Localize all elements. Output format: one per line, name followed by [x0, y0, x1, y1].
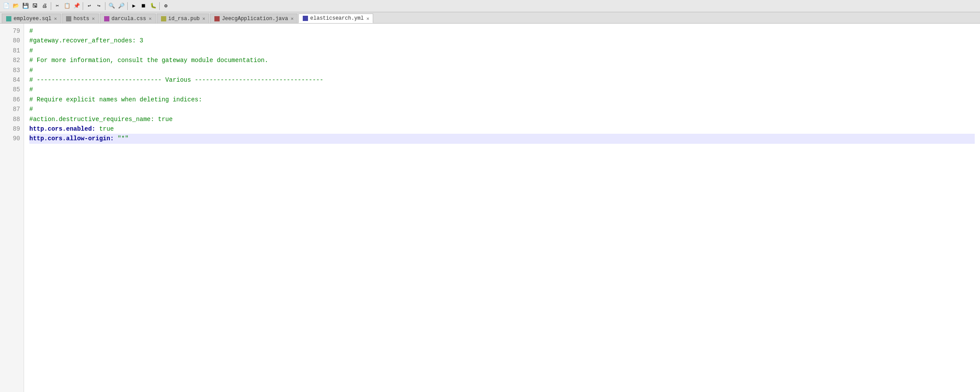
toolbar-sep-2	[83, 2, 83, 10]
tab-sql-icon	[6, 16, 12, 22]
tab-darcula-css[interactable]: darcula.css ✕	[100, 14, 156, 23]
code-line-79: #	[29, 26, 975, 36]
tab-jeecg-java-label: JeecgApplication.java	[222, 16, 288, 22]
tab-hosts[interactable]: hosts ✕	[62, 14, 99, 23]
line-numbers: 79 80 81 82 83 84 85 86 87 88 89 90	[0, 24, 24, 392]
line-num-90: 90	[4, 134, 20, 143]
line-num-82: 82	[4, 56, 20, 65]
toolbar-new-icon[interactable]: 📄	[2, 2, 10, 10]
code-line-85: #	[29, 85, 975, 94]
toolbar-find-icon[interactable]: 🔍	[107, 2, 116, 10]
line-num-83: 83	[4, 66, 20, 75]
tab-elasticsearch-yml-close[interactable]: ✕	[366, 16, 369, 21]
toolbar-sep-3	[105, 2, 105, 10]
tab-jeecg-java-close[interactable]: ✕	[290, 16, 294, 21]
tab-employee-sql-close[interactable]: ✕	[54, 16, 57, 21]
tab-jeecg-java[interactable]: JeecgApplication.java ✕	[210, 14, 298, 23]
toolbar-paste-icon[interactable]: 📌	[72, 2, 81, 10]
code-line-87: #	[29, 104, 975, 114]
line-num-81: 81	[4, 46, 20, 56]
code-line-80: #gateway.recover_after_nodes: 3	[29, 36, 975, 45]
tab-css-icon	[104, 16, 110, 22]
line-num-87: 87	[4, 104, 20, 114]
toolbar-copy-icon[interactable]: 📋	[63, 2, 71, 10]
tab-darcula-css-close[interactable]: ✕	[149, 16, 152, 21]
tab-java-icon	[214, 16, 220, 22]
toolbar-stop-icon[interactable]: ⏹	[139, 2, 148, 10]
toolbar-sep-4	[127, 2, 128, 10]
code-line-83: #	[29, 66, 975, 75]
tab-darcula-css-label: darcula.css	[112, 16, 146, 22]
line-num-85: 85	[4, 85, 20, 94]
code-line-86: # Require explicit names when deleting i…	[29, 95, 975, 104]
code-line-84: # ---------------------------------- Var…	[29, 75, 975, 85]
toolbar-save-icon[interactable]: 💾	[21, 2, 30, 10]
code-line-82: # For more information, consult the gate…	[29, 56, 975, 65]
tab-hosts-close[interactable]: ✕	[92, 16, 95, 21]
toolbar-debug-icon[interactable]: 🐛	[149, 2, 158, 10]
line-num-80: 80	[4, 36, 20, 45]
tabs-bar: employee.sql ✕ hosts ✕ darcula.css ✕ id_…	[0, 12, 980, 24]
code-line-88: #action.destructive_requires_name: true	[29, 114, 975, 124]
tab-id-rsa-pub[interactable]: id_rsa.pub ✕	[157, 14, 210, 23]
tab-id-rsa-pub-label: id_rsa.pub	[168, 16, 200, 22]
toolbar-sep-1	[51, 2, 51, 10]
toolbar-redo-icon[interactable]: ↪	[94, 2, 103, 10]
tab-id-rsa-pub-close[interactable]: ✕	[203, 16, 206, 21]
tab-yml-icon	[302, 15, 308, 21]
tab-employee-sql-label: employee.sql	[14, 16, 51, 22]
line-num-89: 89	[4, 124, 20, 134]
tab-hosts-icon	[66, 16, 72, 22]
toolbar-cut-icon[interactable]: ✂	[53, 2, 62, 10]
toolbar: 📄 📂 💾 🖫 🖨 ✂ 📋 📌 ↩ ↪ 🔍 🔎 ▶ ⏹ 🐛 ⚙	[0, 0, 980, 12]
toolbar-settings-icon[interactable]: ⚙	[161, 2, 170, 10]
tab-elasticsearch-yml-label: elasticsearch.yml	[310, 15, 364, 21]
line-num-86: 86	[4, 95, 20, 104]
code-line-90: http.cors.allow-origin: "*"	[29, 134, 975, 143]
toolbar-replace-icon[interactable]: 🔎	[117, 2, 126, 10]
toolbar-undo-icon[interactable]: ↩	[85, 2, 94, 10]
code-line-89: http.cors.enabled: true	[29, 124, 975, 134]
tab-employee-sql[interactable]: employee.sql ✕	[2, 14, 61, 23]
toolbar-save-all-icon[interactable]: 🖫	[31, 2, 39, 10]
code-line-81: #	[29, 46, 975, 56]
line-num-88: 88	[4, 114, 20, 124]
line-num-84: 84	[4, 75, 20, 85]
toolbar-sep-5	[159, 2, 160, 10]
line-num-79: 79	[4, 26, 20, 36]
tab-pub-icon	[161, 16, 167, 22]
toolbar-open-icon[interactable]: 📂	[11, 2, 20, 10]
editor: 79 80 81 82 83 84 85 86 87 88 89 90 # #g…	[0, 24, 980, 392]
toolbar-print-icon[interactable]: 🖨	[40, 2, 49, 10]
toolbar-run-icon[interactable]: ▶	[130, 2, 138, 10]
code-area[interactable]: # #gateway.recover_after_nodes: 3 # # Fo…	[24, 24, 980, 392]
tab-hosts-label: hosts	[74, 16, 89, 22]
tab-elasticsearch-yml[interactable]: elasticsearch.yml ✕	[298, 14, 373, 23]
